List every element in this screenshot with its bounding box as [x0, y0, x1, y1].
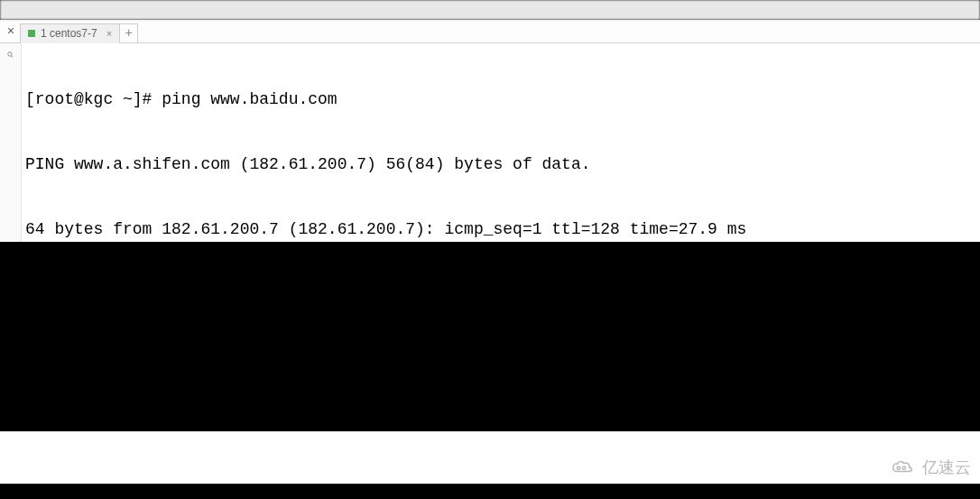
- svg-point-1: [902, 467, 905, 469]
- search-icon[interactable]: ⌕: [6, 47, 14, 62]
- tab-close-icon[interactable]: ×: [106, 28, 112, 39]
- cloud-logo-icon: [890, 458, 917, 476]
- terminal-command: ping www.baidu.com: [162, 90, 337, 108]
- terminal-prompt-line: [root@kgc ~]# ping www.baidu.com: [25, 88, 976, 110]
- tab-label: 1 centos7-7: [41, 27, 97, 40]
- watermark-text: 亿速云: [922, 457, 971, 478]
- tab-strip: × 1 centos7-7 × +: [0, 20, 980, 43]
- watermark: 亿速云: [890, 457, 971, 478]
- terminal-prompt: [root@kgc ~]#: [25, 90, 162, 108]
- panel-close-button[interactable]: ×: [2, 21, 20, 42]
- main-row: ⌕ [root@kgc ~]# ping www.baidu.com PING …: [0, 43, 980, 242]
- svg-point-0: [897, 467, 900, 469]
- add-tab-button[interactable]: +: [120, 23, 138, 43]
- footer-strip: 亿速云: [0, 431, 980, 484]
- terminal-output[interactable]: [root@kgc ~]# ping www.baidu.com PING ww…: [22, 43, 980, 242]
- terminal-ping-header: PING www.a.shifen.com (182.61.200.7) 56(…: [25, 153, 976, 175]
- connection-status-icon: [28, 30, 35, 37]
- terminal-line: 64 bytes from 182.61.200.7 (182.61.200.7…: [25, 218, 976, 240]
- tab-centos7-7[interactable]: 1 centos7-7 ×: [20, 23, 120, 43]
- left-gutter: ⌕: [0, 43, 22, 242]
- window-titlebar-blur: [0, 0, 980, 20]
